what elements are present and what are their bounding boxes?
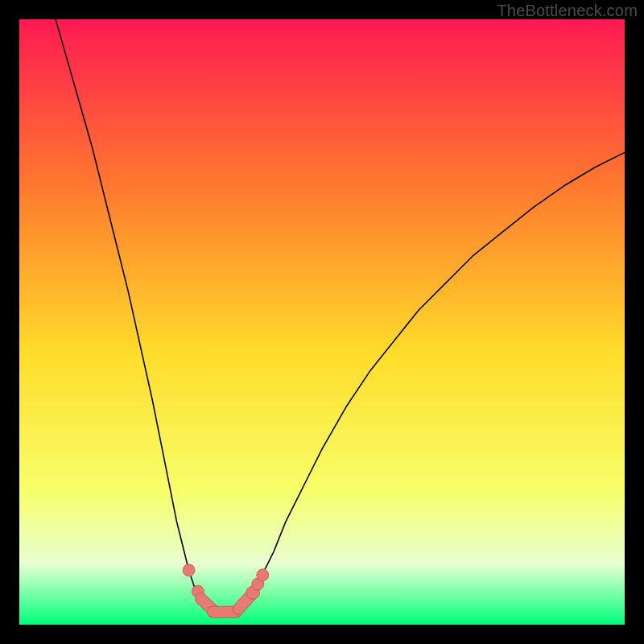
marker-dot-0 [183, 564, 195, 576]
chart-frame [19, 19, 625, 625]
curve-layer [56, 19, 625, 613]
marker-layer [183, 564, 269, 612]
bottleneck-curve-plot [19, 19, 625, 625]
marker-dot-7 [257, 569, 269, 581]
curve-left-branch [56, 19, 207, 609]
curve-right-branch [243, 152, 625, 609]
watermark-text: TheBottleneck.com [497, 2, 638, 20]
